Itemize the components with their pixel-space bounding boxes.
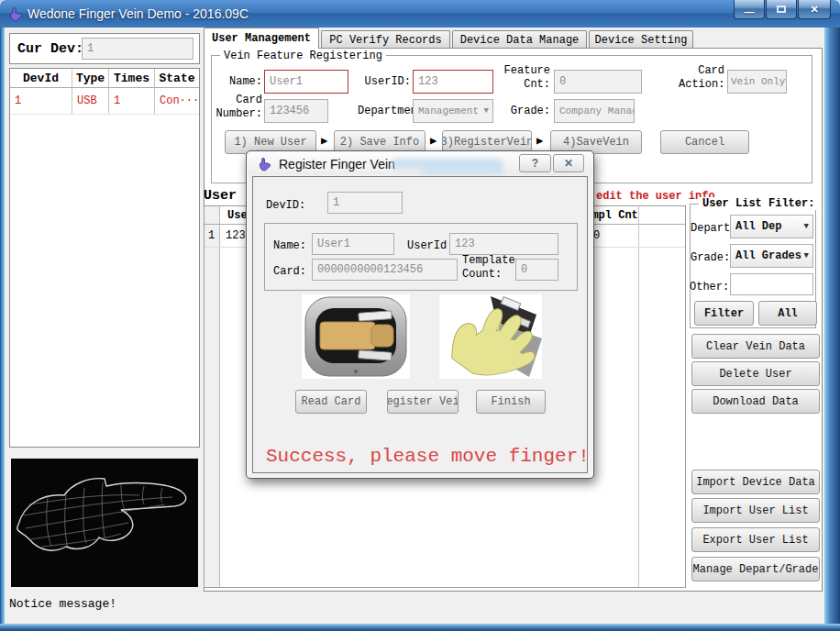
dialog-template-count-field[interactable]: 0 bbox=[515, 259, 558, 281]
feature-cnt-label-1: Feature bbox=[499, 64, 550, 77]
device-state: Con··· bbox=[155, 88, 199, 114]
tab-device-setting[interactable]: Device Setting bbox=[589, 30, 693, 49]
tab-label: Device Data Manage bbox=[460, 34, 580, 47]
device-times: 1 bbox=[109, 88, 155, 114]
dialog-name-value: User1 bbox=[317, 238, 350, 250]
maximize-button[interactable] bbox=[766, 0, 797, 19]
dropdown-arrow-icon: ▼ bbox=[804, 222, 812, 231]
manage-depart-grade-button[interactable]: Manage Depart/Grade bbox=[691, 557, 820, 581]
list-row-userid: 123 bbox=[226, 229, 246, 242]
register-vein-button[interactable]: Register Vein bbox=[387, 390, 459, 414]
minimize-button[interactable]: — bbox=[734, 0, 765, 19]
button-label: 1) New User bbox=[234, 136, 306, 149]
column-separator bbox=[638, 206, 639, 587]
step-arrow-icon: ▶ bbox=[536, 134, 543, 148]
name-field[interactable]: User1 bbox=[264, 70, 348, 94]
card-action-value: Vein Only bbox=[731, 76, 785, 87]
dialog-card-value: 0000000000123456 bbox=[317, 263, 423, 276]
step-arrow-icon: ▶ bbox=[430, 134, 437, 148]
card-number-label-2: Number: bbox=[213, 107, 262, 120]
dialog-userid-label: UserId bbox=[407, 239, 448, 252]
status-message: Success, please move finger! bbox=[266, 446, 590, 467]
department-select[interactable]: Management ▼ bbox=[413, 99, 493, 123]
filter-other-input[interactable] bbox=[730, 273, 813, 295]
filter-group-title: User List Filter: bbox=[699, 197, 818, 210]
tab-label: PC Verify Records bbox=[329, 34, 441, 47]
window-border-left bbox=[0, 28, 5, 625]
tab-device-data-manage[interactable]: Device Data Manage bbox=[452, 30, 587, 49]
grade-select[interactable]: Company Manag ▼ bbox=[554, 99, 635, 123]
import-device-data-button[interactable]: Import Device Data bbox=[691, 470, 820, 494]
button-label: Finish bbox=[491, 395, 530, 408]
card-action-select[interactable]: Vein Only ▼ bbox=[727, 70, 787, 94]
button-label: 2) Save Info bbox=[340, 136, 419, 149]
cancel-button[interactable]: Cancel bbox=[660, 130, 749, 154]
button-label: Import Device Data bbox=[696, 476, 815, 489]
filter-grade-select[interactable]: All Grades ▼ bbox=[730, 244, 813, 268]
col-type: Type bbox=[72, 69, 109, 87]
tab-pc-verify-records[interactable]: PC Verify Records bbox=[321, 30, 450, 49]
userid-label: UserID: bbox=[361, 75, 411, 88]
maximize-icon bbox=[777, 6, 786, 13]
export-user-list-button[interactable]: Export User List bbox=[691, 527, 820, 552]
dialog-card-field[interactable]: 0000000000123456 bbox=[312, 259, 458, 281]
close-button[interactable]: ✕ bbox=[798, 0, 831, 19]
dropdown-arrow-icon: ▼ bbox=[785, 77, 787, 86]
close-icon: ✕ bbox=[564, 157, 573, 170]
list-row-templ-cnt: 0 bbox=[593, 229, 600, 242]
device-row[interactable]: 1 USB 1 Con··· bbox=[10, 88, 199, 115]
button-label: Read Card bbox=[302, 395, 361, 408]
button-label: Cancel bbox=[685, 136, 724, 149]
dialog-userid-field[interactable]: 123 bbox=[449, 233, 558, 255]
vein-feature-group-title: Vein Feature Registering bbox=[220, 50, 386, 62]
clear-vein-data-button[interactable]: Clear Vein Data bbox=[691, 334, 820, 359]
feature-cnt-value: 0 bbox=[559, 75, 566, 88]
read-card-button[interactable]: Read Card bbox=[295, 390, 367, 414]
all-button[interactable]: All bbox=[758, 301, 817, 326]
current-device-panel: Cur Dev: 1 bbox=[9, 33, 200, 64]
tab-label: Device Setting bbox=[595, 34, 688, 47]
import-user-list-button[interactable]: Import User List bbox=[691, 498, 820, 523]
button-label: Delete User bbox=[719, 368, 791, 381]
window-title: Wedone Finger Vein Demo - 2016.09C bbox=[28, 6, 249, 21]
download-data-button[interactable]: Download Data bbox=[691, 389, 820, 414]
cur-dev-label: Cur Dev: bbox=[17, 41, 83, 57]
dialog-help-button[interactable]: ? bbox=[519, 154, 551, 172]
device-type: USB bbox=[72, 88, 109, 114]
card-action-label-2: Action: bbox=[679, 78, 724, 91]
dialog-hand-icon bbox=[257, 156, 272, 176]
finish-button[interactable]: Finish bbox=[476, 390, 546, 414]
button-label: Download Data bbox=[713, 395, 799, 408]
hand-on-device-image bbox=[439, 294, 542, 379]
device-table[interactable]: DevId Type Times State 1 USB 1 Con··· bbox=[9, 68, 200, 448]
card-number-label-1: Card bbox=[213, 94, 262, 106]
button-label: Import User List bbox=[702, 504, 808, 517]
cur-dev-field[interactable]: 1 bbox=[82, 38, 193, 60]
dropdown-arrow-icon: ▼ bbox=[484, 106, 492, 116]
userid-field[interactable]: 123 bbox=[413, 70, 493, 94]
dialog-devid-field[interactable]: 1 bbox=[327, 192, 403, 214]
filter-other-label: Other: bbox=[690, 281, 730, 293]
button-label: Filter bbox=[704, 307, 744, 320]
dialog-name-field[interactable]: User1 bbox=[312, 233, 394, 255]
dialog-devid-value: 1 bbox=[333, 196, 339, 209]
title-bar[interactable]: Wedone Finger Vein Demo - 2016.09C bbox=[0, 0, 840, 28]
button-label: Export User List bbox=[702, 534, 808, 547]
delete-user-button[interactable]: Delete User bbox=[691, 361, 820, 386]
filter-button[interactable]: Filter bbox=[694, 301, 754, 326]
device-table-header: DevId Type Times State bbox=[10, 69, 199, 88]
name-label: Name: bbox=[220, 75, 262, 88]
dialog-template-label-1: Template bbox=[462, 254, 515, 267]
dialog-close-button[interactable]: ✕ bbox=[553, 154, 584, 172]
filter-depart-select[interactable]: All Dep ▼ bbox=[730, 215, 813, 238]
dialog-userid-value: 123 bbox=[455, 238, 475, 250]
card-number-field[interactable]: 123456 bbox=[264, 99, 328, 123]
step-arrow-icon: ▶ bbox=[321, 134, 327, 148]
app-hand-icon bbox=[7, 6, 24, 27]
card-action-label-1: Card bbox=[679, 64, 724, 77]
feature-cnt-field[interactable]: 0 bbox=[554, 70, 642, 94]
device-devid: 1 bbox=[10, 88, 72, 114]
name-value: User1 bbox=[270, 75, 303, 88]
blurred-watermark bbox=[422, 168, 504, 174]
tab-user-management[interactable]: User Management bbox=[204, 28, 319, 49]
